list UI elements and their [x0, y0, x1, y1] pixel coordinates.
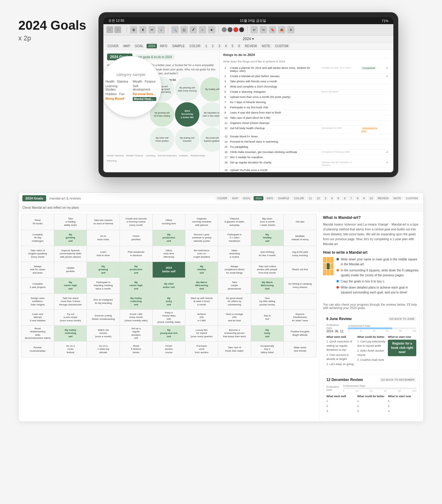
ptab-9[interactable]: 9 [362, 196, 367, 200]
dpnum-100: 100 [412, 390, 416, 392]
redo-icon[interactable]: ↪ [260, 26, 267, 33]
cell-r4c4-betterself: My 2024better self [152, 278, 185, 294]
nav-forward[interactable]: › [114, 26, 121, 33]
lasso-icon[interactable]: ○ [199, 26, 206, 33]
color-swatch-gray[interactable] [222, 27, 227, 32]
ptab-cover[interactable]: COVER [216, 196, 229, 200]
ptab-3[interactable]: 3 [323, 196, 328, 200]
tab-5[interactable]: 5 [230, 44, 235, 48]
tab-4[interactable]: 4 [223, 44, 229, 48]
mini-mandal [323, 257, 333, 275]
go-back-june[interactable]: GO BACK TO JUNE [388, 317, 416, 321]
go-back-dec[interactable]: GO BACK TO DECEMBER [379, 378, 416, 382]
share-icon[interactable]: ⬆ [139, 26, 147, 33]
table-row: Learn andattempt3 new hobbies Try outa n… [21, 310, 317, 326]
eraser-icon[interactable]: ◫ [180, 26, 188, 33]
ptab-review[interactable]: REVIEW [376, 196, 391, 200]
ptab-5[interactable]: 5 [336, 196, 341, 200]
undo-icon[interactable]: ↩ [251, 26, 258, 33]
todo-num-4: 4 [223, 84, 229, 89]
ptab-2024[interactable]: 2024 [254, 196, 263, 200]
tab-cover[interactable]: COVER [106, 44, 121, 48]
todo-check-6 [385, 95, 390, 100]
ptab-7[interactable]: 7 [349, 196, 354, 200]
hint-planning: Planning [107, 159, 117, 162]
table-row: Alwayslook for casesand learn Updateport… [21, 262, 317, 278]
todo-note-3 [320, 79, 360, 84]
ptab-8[interactable]: 8 [355, 196, 360, 200]
june-start-title: What to start now [388, 335, 416, 338]
grid-icon[interactable]: ⊞ [130, 26, 137, 33]
todo-text-19: Upload YouTube once a month [229, 168, 320, 173]
pnum-40: 40 [373, 330, 376, 332]
june-went-well-title: What went well [326, 335, 355, 338]
tab-map[interactable]: MAP [121, 44, 132, 48]
dpnum-80: 80 [398, 390, 401, 392]
ptab-note[interactable]: NOTE [392, 196, 403, 200]
june-eval-block: EvaluationDate 2024. 06. 12. [326, 323, 344, 333]
tab-1[interactable]: 1 [203, 44, 209, 48]
tab-3[interactable]: 3 [217, 44, 222, 48]
ptab-10[interactable]: 10 [368, 196, 375, 200]
june-title: 6 June Review [326, 317, 352, 321]
tab-note[interactable]: NOTE [260, 44, 272, 48]
cell-r2c6-stretching: Makestretchinga routine [218, 246, 251, 262]
ptab-11[interactable]: 11 [307, 196, 314, 200]
hint-selfdev: Self-development [158, 154, 176, 157]
dpnum-60: 60 [384, 390, 387, 392]
tab-6[interactable]: 6 [236, 44, 242, 48]
tab-2[interactable]: 2 [210, 44, 216, 48]
todo-check-11 [385, 121, 390, 126]
pencil-icon[interactable]: ✏ [148, 26, 156, 33]
table-row: Complete30 daychallenges Mygrowingself G… [21, 230, 317, 246]
tab-goal[interactable]: GOAL [133, 44, 145, 48]
mic-icon[interactable]: ♪ [158, 26, 165, 33]
hint-hobbies: Hobbies [179, 154, 188, 157]
todo-num-19: 19 [223, 168, 229, 173]
close-icon[interactable]: ✕ [287, 26, 295, 33]
tab-custom[interactable]: CUSTOM [273, 44, 290, 48]
pnum-20: 20 [360, 330, 362, 332]
zoom-icon[interactable]: 🔍 [171, 26, 179, 33]
color-swatch-black[interactable] [239, 27, 244, 32]
ptab-sample[interactable]: SAMPLE [276, 196, 291, 200]
todo-num-1: 1 [223, 65, 229, 74]
tab-color[interactable]: COLOR [188, 44, 202, 48]
ptab-12[interactable]: 12 [315, 196, 321, 200]
todo-status-7 [360, 100, 385, 105]
ptab-6[interactable]: 6 [342, 196, 347, 200]
bookmark-icon[interactable]: 🔖 [269, 26, 276, 33]
cell-r6c3: Invest +300every month(check monthly sta… [120, 310, 152, 326]
color-swatch-red[interactable] [233, 27, 238, 32]
marker-icon[interactable]: 〆 [190, 26, 197, 33]
todo-text-14: Proceed to mid-level class in swimming [229, 139, 320, 144]
toolbar-nav[interactable]: ‹ › [106, 26, 121, 33]
cell-r0c6: Vitamins8 glasses of watereveryday [218, 214, 251, 230]
ptab-custom[interactable]: CUSTOM [404, 196, 420, 200]
ptab-map[interactable]: MAP [230, 196, 240, 200]
tab-review[interactable]: REVIEW [243, 44, 259, 48]
cell-r6c8: Expressthankfulnessfor what I have [284, 310, 316, 326]
todo-text-7: Do 7 days of Miracle Morning [229, 100, 320, 105]
star-icon[interactable]: ★ [208, 26, 215, 33]
tab-2024[interactable]: 2024 [147, 44, 157, 48]
pnum-80: 80 [399, 330, 402, 332]
ptab-goal[interactable]: GOAL [241, 196, 252, 200]
june-better-1: 1. Can't jog extensively due to injured … [357, 340, 386, 348]
tab-sample[interactable]: SAMPLE [170, 44, 187, 48]
nav-back[interactable]: ‹ [106, 26, 113, 33]
table-row: Complete2 side projects Mycareer highsel… [21, 278, 317, 294]
ptab-info[interactable]: INFO [265, 196, 275, 200]
ptab-color[interactable]: COLOR [292, 196, 306, 200]
dec-achievement-block: Achievement Rate 0 20 40 60 80 100 [343, 384, 416, 392]
june-review: 6 June Review GO BACK TO JUNE Evaluation… [323, 313, 420, 371]
planner-body: Read50 books Takea readingability exam T… [19, 211, 423, 421]
tab-info[interactable]: INFO [158, 44, 169, 48]
step-dot-2 [336, 269, 339, 271]
todo-num-18: 18 [223, 160, 229, 168]
todo-check-9 [385, 110, 390, 115]
june-better-title: What could be better [357, 335, 386, 338]
color-swatch-dark[interactable] [228, 27, 232, 32]
export-icon[interactable]: 📤 [278, 26, 285, 33]
ptab-4[interactable]: 4 [329, 196, 335, 200]
